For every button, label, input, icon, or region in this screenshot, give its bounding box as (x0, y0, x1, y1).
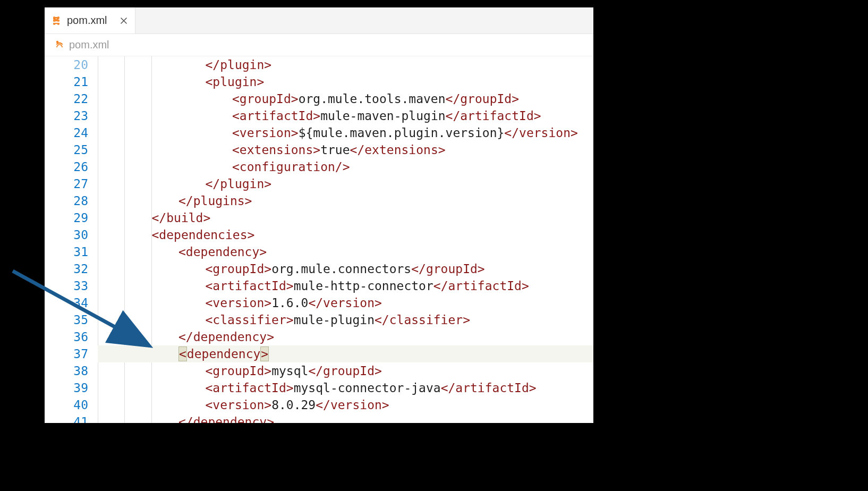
xml-file-icon (55, 40, 64, 50)
file-tab[interactable]: pom.xml (45, 7, 135, 33)
line-number: 27 (45, 175, 88, 192)
line-number: 33 (45, 277, 88, 294)
code-area[interactable]: 2021222324252627282930313233343536373839… (45, 56, 593, 423)
line-number: 26 (45, 158, 88, 175)
line-number: 37 (45, 345, 88, 362)
line-number: 41 (45, 413, 88, 423)
close-icon[interactable] (120, 17, 127, 24)
code-line[interactable]: <artifactId>mule-http-connector</artifac… (98, 277, 593, 294)
code-line[interactable]: <artifactId>mule-maven-plugin</artifactI… (98, 107, 593, 124)
line-number: 25 (45, 141, 88, 158)
code-line[interactable]: <version>8.0.29</version> (98, 396, 593, 413)
code-line[interactable]: </dependency> (98, 328, 593, 345)
code-line[interactable]: </plugins> (98, 192, 593, 209)
line-number: 30 (45, 226, 88, 243)
code-line[interactable]: <classifier>mule-plugin</classifier> (98, 311, 593, 328)
code-line[interactable]: </dependency> (98, 413, 593, 423)
line-number: 34 (45, 294, 88, 311)
line-number: 29 (45, 209, 88, 226)
line-number: 38 (45, 362, 88, 379)
line-number: 23 (45, 107, 88, 124)
code-line[interactable]: <artifactId>mysql-connector-java</artifa… (98, 379, 593, 396)
code-line[interactable]: <version>1.6.0</version> (98, 294, 593, 311)
line-number: 22 (45, 90, 88, 107)
code-line[interactable]: <dependencies> (98, 226, 593, 243)
code-line[interactable]: <dependency> (98, 345, 593, 362)
line-number: 40 (45, 396, 88, 413)
line-number: 39 (45, 379, 88, 396)
code-line[interactable]: </plugin> (98, 175, 593, 192)
xml-file-icon (52, 16, 61, 25)
code-line[interactable]: <extensions>true</extensions> (98, 141, 593, 158)
tabs-bar: pom.xml (45, 7, 593, 34)
editor-window: pom.xml pom.xml 202122232425262728293031… (45, 7, 593, 423)
line-number: 32 (45, 260, 88, 277)
code-line[interactable]: <plugin> (98, 73, 593, 90)
code-line[interactable]: <groupId>org.mule.tools.maven</groupId> (98, 90, 593, 107)
line-number: 31 (45, 243, 88, 260)
line-number: 24 (45, 124, 88, 141)
line-number: 28 (45, 192, 88, 209)
code-line[interactable]: <groupId>org.mule.connectors</groupId> (98, 260, 593, 277)
code-line[interactable]: </plugin> (98, 56, 593, 73)
code-line[interactable]: <configuration/> (98, 158, 593, 175)
line-number: 36 (45, 328, 88, 345)
breadcrumb-bar: pom.xml (45, 34, 593, 56)
code-line[interactable]: <groupId>mysql</groupId> (98, 362, 593, 379)
code-content[interactable]: </plugin><plugin><groupId>org.mule.tools… (98, 56, 593, 423)
code-line[interactable]: <version>${mule.maven.plugin.version}</v… (98, 124, 593, 141)
line-number: 20 (45, 56, 88, 73)
line-number: 21 (45, 73, 88, 90)
tab-filename: pom.xml (67, 14, 107, 27)
code-line[interactable]: <dependency> (98, 243, 593, 260)
line-number: 35 (45, 311, 88, 328)
line-number-gutter: 2021222324252627282930313233343536373839… (45, 56, 98, 423)
code-line[interactable]: </build> (98, 209, 593, 226)
breadcrumb-filename[interactable]: pom.xml (69, 39, 109, 51)
